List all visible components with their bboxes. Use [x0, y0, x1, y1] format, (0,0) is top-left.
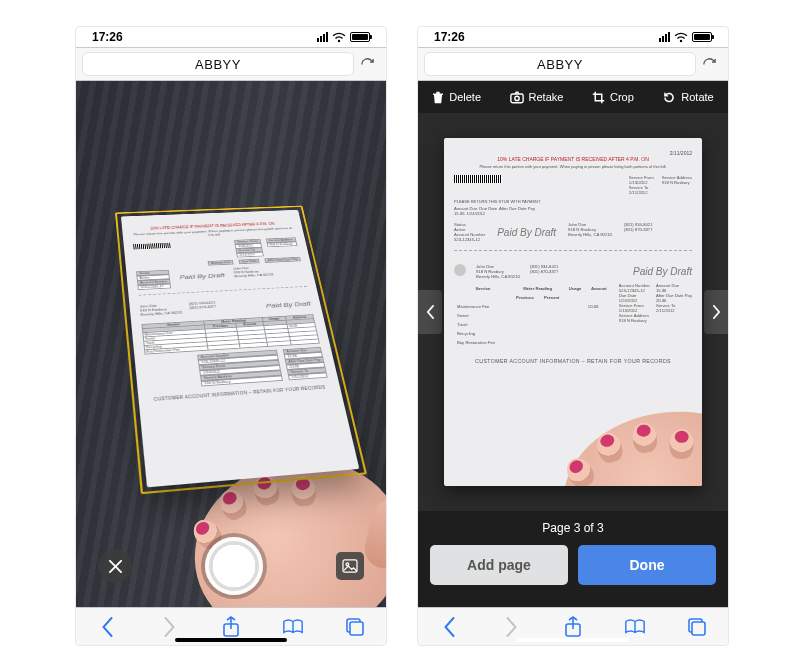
reload-button[interactable]	[696, 57, 722, 72]
svg-point-5	[514, 96, 518, 100]
review-toolbar: Delete Retake Crop Rotate	[418, 81, 728, 113]
wifi-icon	[332, 32, 346, 43]
status-time: 17:26	[434, 30, 465, 44]
bookmarks-icon[interactable]	[620, 612, 650, 642]
safari-address-bar: ABBYY	[76, 47, 386, 81]
back-icon[interactable]	[434, 612, 464, 642]
cancel-button[interactable]	[98, 549, 132, 583]
svg-rect-3	[350, 622, 363, 635]
review-footer: Page 3 of 3 Add page Done	[418, 511, 728, 607]
forward-icon	[154, 612, 184, 642]
status-bar: 17:26	[76, 27, 386, 47]
paper-bill: 10% LATE CHARGE IF PAYMENT IS RECEIVED A…	[121, 210, 359, 488]
page-indicator: Page 3 of 3	[418, 511, 728, 535]
page-title[interactable]: ABBYY	[424, 52, 696, 76]
camera-viewport: 10% LATE CHARGE IF PAYMENT IS RECEIVED A…	[76, 81, 386, 607]
svg-rect-0	[343, 560, 357, 572]
gallery-button[interactable]	[336, 552, 364, 580]
rotate-button[interactable]: Rotate	[662, 91, 713, 104]
camera-controls	[76, 537, 386, 595]
svg-point-1	[346, 563, 349, 566]
retake-button[interactable]: Retake	[510, 91, 564, 104]
cell-signal-icon	[317, 32, 328, 42]
tabs-icon[interactable]	[340, 612, 370, 642]
scanned-page[interactable]: 2/11/2012 10% LATE CHARGE IF PAYMENT IS …	[444, 138, 702, 486]
done-button[interactable]: Done	[578, 545, 716, 585]
page-title[interactable]: ABBYY	[82, 52, 354, 76]
cell-signal-icon	[659, 32, 670, 42]
status-bar: 17:26	[418, 27, 728, 47]
add-page-button[interactable]: Add page	[430, 545, 568, 585]
phone-review: 17:26 ABBYY Delete Retake Crop	[417, 26, 729, 646]
status-time: 17:26	[92, 30, 123, 44]
wifi-icon	[674, 32, 688, 43]
svg-rect-7	[692, 622, 705, 635]
crop-button[interactable]: Crop	[592, 91, 634, 104]
barcode	[133, 243, 171, 250]
phone-capture: 17:26 ABBYY 10% LATE CHARGE IF PAYMEN	[75, 26, 387, 646]
share-icon[interactable]	[558, 612, 588, 642]
seal-icon	[454, 264, 466, 276]
svg-rect-4	[510, 94, 522, 103]
shutter-button[interactable]	[205, 537, 263, 595]
reload-button[interactable]	[354, 57, 380, 72]
review-viewport: Delete Retake Crop Rotate 2/11/2012 10% …	[418, 81, 728, 607]
hand	[554, 401, 702, 486]
home-indicator	[175, 638, 287, 642]
share-icon[interactable]	[216, 612, 246, 642]
tabs-icon[interactable]	[682, 612, 712, 642]
safari-address-bar: ABBYY	[418, 47, 728, 81]
home-indicator	[517, 638, 629, 642]
bookmarks-icon[interactable]	[278, 612, 308, 642]
prev-page-button[interactable]	[418, 290, 442, 334]
review-body: 2/11/2012 10% LATE CHARGE IF PAYMENT IS …	[418, 113, 728, 511]
barcode	[454, 175, 502, 183]
battery-icon	[692, 32, 712, 42]
delete-button[interactable]: Delete	[432, 91, 481, 104]
back-icon[interactable]	[92, 612, 122, 642]
forward-icon	[496, 612, 526, 642]
detected-document: 10% LATE CHARGE IF PAYMENT IS RECEIVED A…	[133, 175, 329, 491]
next-page-button[interactable]	[704, 290, 728, 334]
battery-icon	[350, 32, 370, 42]
